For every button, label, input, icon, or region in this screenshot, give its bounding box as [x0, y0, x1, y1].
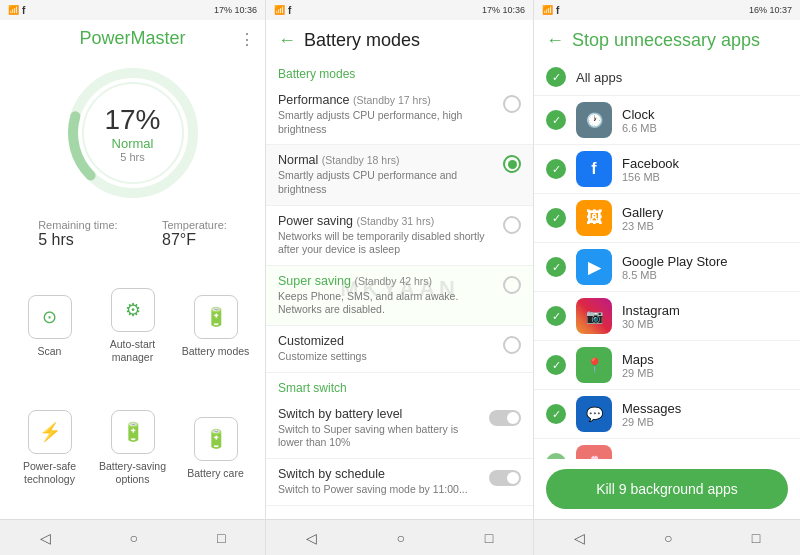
- performance-standby: (Standby 17 hrs): [353, 94, 431, 106]
- playstore-check: ✓: [546, 257, 566, 277]
- clock-check: ✓: [546, 110, 566, 130]
- battery-status-2: 17% 10:36: [482, 5, 525, 15]
- status-right-1: 17% 10:36: [214, 5, 257, 15]
- mode-customized[interactable]: Customized Customize settings: [266, 326, 533, 373]
- fb-icon-3: f: [556, 5, 559, 16]
- nav-bar-3: ◁ ○ □: [534, 519, 800, 555]
- back-nav-icon[interactable]: ◁: [28, 526, 63, 550]
- powersafe-icon: ⚡: [28, 410, 72, 454]
- mode-performance[interactable]: Performance (Standby 17 hrs) Smartly adj…: [266, 85, 533, 145]
- facebook-icon: f: [576, 151, 612, 187]
- back-button-2[interactable]: ←: [278, 30, 296, 51]
- back-nav-3[interactable]: ◁: [562, 526, 597, 550]
- mode-power-saving[interactable]: Power saving (Standby 31 hrs) Networks w…: [266, 206, 533, 266]
- powersafe-button[interactable]: ⚡ Power-safetechnology: [8, 387, 91, 509]
- signal-icon-2: 📶: [274, 5, 285, 15]
- battery-saving-button[interactable]: 🔋 Battery-savingoptions: [91, 387, 174, 509]
- normal-desc: Smartly adjusts CPU performance and brig…: [278, 169, 495, 196]
- panel2-scroll-area[interactable]: Battery modes Performance (Standby 17 hr…: [266, 59, 533, 506]
- all-apps-check: ✓: [546, 67, 566, 87]
- power-saving-radio[interactable]: [503, 216, 521, 234]
- battery-modes-icon: 🔋: [194, 295, 238, 339]
- status-left-3: 📶 f: [542, 5, 559, 16]
- toggle-battery-level[interactable]: Switch by battery level Switch to Super …: [266, 399, 533, 459]
- switch-battery-name: Switch by battery level: [278, 407, 481, 421]
- maps-size: 29 MB: [622, 367, 788, 379]
- signal-icon-3: 📶: [542, 5, 553, 15]
- home-nav-icon[interactable]: ○: [118, 526, 150, 550]
- messages-name: Messages: [622, 401, 788, 416]
- instagram-check: ✓: [546, 306, 566, 326]
- maps-info: Maps 29 MB: [622, 352, 788, 379]
- app-row-photos[interactable]: ✓ 🌸 Photos: [534, 439, 800, 459]
- nav-bar-1: ◁ ○ □: [0, 519, 265, 555]
- super-saving-radio[interactable]: [503, 276, 521, 294]
- maps-check: ✓: [546, 355, 566, 375]
- mode-super-saving-content: Super saving (Standby 42 hrs) Keeps Phon…: [278, 274, 495, 317]
- app-row-facebook[interactable]: ✓ f Facebook 156 MB: [534, 145, 800, 194]
- toggle-schedule[interactable]: Switch by schedule Switch to Power savin…: [266, 459, 533, 506]
- battery-saving-icon: 🔋: [111, 410, 155, 454]
- clock-info: Clock 6.6 MB: [622, 107, 788, 134]
- scan-icon: ⊙: [28, 295, 72, 339]
- mode-customized-content: Customized Customize settings: [278, 334, 495, 364]
- recents-nav-3[interactable]: □: [740, 526, 772, 550]
- panel-powermaster: 📶 f 17% 10:36 PowerMaster ⋮ 17% Normal 5: [0, 0, 266, 555]
- app-row-gallery[interactable]: ✓ 🖼 Gallery 23 MB: [534, 194, 800, 243]
- mode-normal[interactable]: Normal (Standby 18 hrs) Smartly adjusts …: [266, 145, 533, 205]
- messages-icon: 💬: [576, 396, 612, 432]
- panel2-content: Battery modes Performance (Standby 17 hr…: [266, 59, 533, 519]
- battery-level-toggle[interactable]: [489, 410, 521, 426]
- panel2-header: ← Battery modes: [266, 20, 533, 59]
- back-button-3[interactable]: ←: [546, 30, 564, 51]
- super-saving-name: Super saving (Standby 42 hrs): [278, 274, 495, 288]
- power-saving-standby: (Standby 31 hrs): [357, 215, 435, 227]
- fb-icon: f: [22, 5, 25, 16]
- menu-dots-icon[interactable]: ⋮: [239, 30, 255, 49]
- recents-nav-2[interactable]: □: [473, 526, 505, 550]
- clock-icon: 🕐: [576, 102, 612, 138]
- schedule-toggle[interactable]: [489, 470, 521, 486]
- battery-info: 17% Normal 5 hrs: [104, 104, 160, 163]
- photos-name: Photos: [622, 456, 788, 460]
- messages-check: ✓: [546, 404, 566, 424]
- maps-icon: 📍: [576, 347, 612, 383]
- battery-status-3: 16% 10:37: [749, 5, 792, 15]
- home-nav-2[interactable]: ○: [385, 526, 417, 550]
- instagram-info: Instagram 30 MB: [622, 303, 788, 330]
- stop-apps-title: Stop unnecessary apps: [572, 30, 760, 51]
- kill-btn-container: Kill 9 background apps: [534, 459, 800, 519]
- toggle-schedule-content: Switch by schedule Switch to Power savin…: [278, 467, 481, 497]
- app-row-messages[interactable]: ✓ 💬 Messages 29 MB: [534, 390, 800, 439]
- feature-grid: ⊙ Scan ⚙ Auto-startmanager 🔋 Battery mod…: [0, 255, 265, 519]
- back-nav-2[interactable]: ◁: [294, 526, 329, 550]
- battery-modes-button[interactable]: 🔋 Battery modes: [174, 265, 257, 387]
- app-list: ✓ All apps ✓ 🕐 Clock 6.6 MB ✓ f Facebook…: [534, 59, 800, 459]
- app-row-instagram[interactable]: ✓ 📷 Instagram 30 MB: [534, 292, 800, 341]
- remaining-stat: Remaining time: 5 hrs: [38, 219, 117, 249]
- home-nav-3[interactable]: ○: [652, 526, 684, 550]
- performance-radio[interactable]: [503, 95, 521, 113]
- customized-radio[interactable]: [503, 336, 521, 354]
- recents-nav-icon[interactable]: □: [205, 526, 237, 550]
- facebook-check: ✓: [546, 159, 566, 179]
- autostart-button[interactable]: ⚙ Auto-startmanager: [91, 265, 174, 387]
- kill-background-apps-button[interactable]: Kill 9 background apps: [546, 469, 788, 509]
- battery-modes-label: Battery modes: [182, 345, 250, 358]
- app-row-playstore[interactable]: ✓ ▶ Google Play Store 8.5 MB: [534, 243, 800, 292]
- mode-normal-name: Normal (Standby 18 hrs): [278, 153, 495, 167]
- mode-super-saving[interactable]: Super saving (Standby 42 hrs) Keeps Phon…: [266, 266, 533, 326]
- power-saving-name: Power saving (Standby 31 hrs): [278, 214, 495, 228]
- battery-care-button[interactable]: 🔋 Battery care: [174, 387, 257, 509]
- remaining-label: Remaining time:: [38, 219, 117, 231]
- nav-bar-2: ◁ ○ □: [266, 519, 533, 555]
- battery-stats: Remaining time: 5 hrs Temperature: 87°F: [0, 213, 265, 255]
- normal-radio[interactable]: [503, 155, 521, 173]
- all-apps-row[interactable]: ✓ All apps: [534, 59, 800, 96]
- panel-battery-modes: 📶 f 17% 10:36 ← Battery modes Battery mo…: [266, 0, 534, 555]
- scan-button[interactable]: ⊙ Scan: [8, 265, 91, 387]
- app-row-maps[interactable]: ✓ 📍 Maps 29 MB: [534, 341, 800, 390]
- app-row-clock[interactable]: ✓ 🕐 Clock 6.6 MB: [534, 96, 800, 145]
- customized-desc: Customize settings: [278, 350, 495, 364]
- battery-percentage: 17%: [104, 104, 160, 136]
